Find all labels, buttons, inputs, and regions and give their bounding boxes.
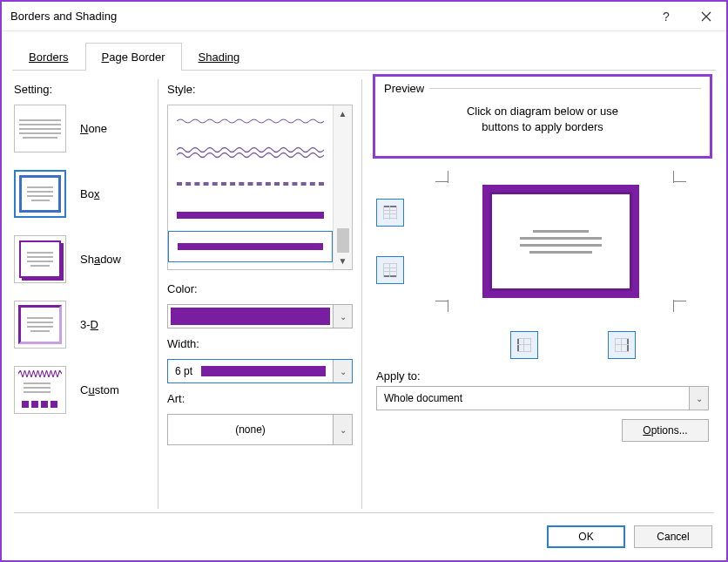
svg-rect-25 [621, 338, 622, 352]
window-title: Borders and Shading [10, 10, 646, 23]
border-right-button[interactable] [608, 331, 636, 359]
cancel-button[interactable]: Cancel [634, 525, 712, 548]
setting-icon-shadow[interactable] [14, 235, 66, 283]
svg-rect-12 [389, 263, 390, 277]
setting-label-3d[interactable]: 3-D [80, 318, 98, 331]
preview-diagram[interactable] [413, 167, 709, 315]
color-swatch [171, 308, 330, 325]
tab-strip: Borders Page Border Shading [2, 31, 726, 70]
border-top-button[interactable] [376, 199, 404, 227]
style-label: Style: [167, 83, 353, 96]
preview-page[interactable] [482, 185, 639, 298]
apply-to-combo[interactable]: Whole document ⌄ [376, 386, 709, 410]
setting-label-none[interactable]: None [80, 122, 107, 135]
title-bar: Borders and Shading ? [2, 2, 726, 31]
art-label: Art: [167, 392, 353, 405]
svg-rect-11 [383, 263, 384, 277]
style-option-wavy1[interactable] [168, 105, 333, 137]
tab-shading[interactable]: Shading [182, 43, 257, 71]
setting-label-box[interactable]: Box [80, 187, 99, 200]
svg-rect-19 [530, 338, 531, 352]
close-button[interactable] [686, 2, 726, 31]
preview-message: Click on diagram below or use buttons to… [384, 104, 701, 135]
style-option-thick2-selected[interactable] [168, 231, 333, 262]
svg-rect-24 [615, 338, 616, 352]
width-value: 6 pt [175, 365, 192, 377]
dialog-footer: OK Cancel [2, 513, 726, 560]
width-combo[interactable]: 6 pt ⌄ [167, 359, 353, 383]
options-button[interactable]: Options... [622, 419, 709, 442]
tab-borders[interactable]: Borders [12, 43, 85, 71]
apply-to-dropdown-button[interactable]: ⌄ [689, 387, 708, 410]
style-option-thick1[interactable] [168, 200, 333, 231]
svg-rect-4 [383, 206, 384, 220]
borders-shading-dialog: Borders and Shading ? Borders Page Borde… [0, 0, 728, 562]
scroll-down-icon[interactable]: ▼ [339, 256, 347, 266]
color-combo[interactable]: ⌄ [167, 304, 353, 328]
svg-rect-5 [389, 206, 390, 220]
style-scrollbar[interactable]: ▲ ▼ [333, 105, 352, 269]
setting-label: Setting: [14, 83, 149, 96]
style-listbox[interactable]: ▲ ▼ [167, 105, 353, 270]
art-dropdown-button[interactable]: ⌄ [333, 415, 352, 444]
svg-rect-18 [523, 338, 524, 352]
preview-label: Preview [384, 82, 424, 95]
setting-label-shadow[interactable]: Shadow [80, 253, 121, 266]
preview-highlight: Preview Click on diagram below or use bu… [373, 74, 712, 159]
setting-icon-3d[interactable] [14, 301, 66, 349]
svg-rect-13 [396, 263, 397, 277]
art-combo[interactable]: (none) ⌄ [167, 414, 353, 445]
setting-icon-box[interactable] [14, 170, 66, 218]
setting-label-custom[interactable]: Custom [80, 383, 119, 396]
border-bottom-button[interactable] [376, 256, 404, 284]
apply-to-label: Apply to: [376, 369, 709, 383]
color-label: Color: [167, 282, 353, 295]
svg-rect-6 [396, 206, 397, 220]
scroll-thumb[interactable] [337, 228, 349, 253]
art-value: (none) [235, 423, 266, 436]
ok-button[interactable]: OK [547, 525, 625, 548]
color-dropdown-button[interactable]: ⌄ [333, 305, 352, 328]
style-option-wavy2[interactable] [168, 137, 333, 168]
width-preview-bar [201, 366, 326, 376]
width-dropdown-button[interactable]: ⌄ [333, 360, 352, 383]
tab-page-border[interactable]: Page Border [85, 43, 182, 71]
help-button[interactable]: ? [646, 2, 686, 31]
scroll-up-icon[interactable]: ▲ [339, 109, 347, 118]
border-left-button[interactable] [510, 331, 538, 359]
setting-icon-none[interactable] [14, 105, 66, 152]
style-option-dashed[interactable] [168, 168, 333, 200]
setting-icon-custom[interactable] [14, 366, 66, 414]
width-label: Width: [167, 337, 353, 350]
apply-to-value: Whole document [384, 392, 462, 404]
